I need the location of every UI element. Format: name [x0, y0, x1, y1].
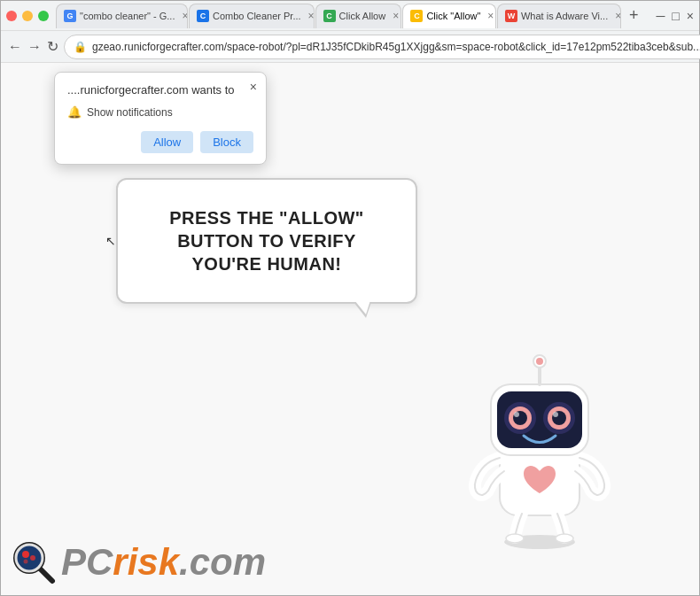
window-close-icon[interactable]: ×: [687, 9, 694, 23]
pcrisk-pc-text: PC: [61, 541, 113, 583]
pcrisk-text: PCrisk.com: [61, 544, 266, 581]
bell-icon: 🔔: [67, 105, 82, 119]
svg-point-14: [553, 412, 558, 417]
tab-what-adware-close[interactable]: ×: [615, 10, 621, 22]
address-bar[interactable]: 🔒 gzeao.runicforgecrafter.com/space-robo…: [64, 35, 700, 59]
window-frame-buttons: ─ □ ×: [656, 9, 694, 23]
robot-illustration: [451, 347, 628, 542]
pcrisk-logo: PCrisk.com: [10, 538, 266, 586]
lock-icon: 🔒: [74, 41, 87, 53]
tab-click-allow2[interactable]: C Click "Allow" ×: [402, 4, 496, 28]
url-text: gzeao.runicforgecrafter.com/space-robot/…: [92, 41, 700, 53]
close-button[interactable]: [6, 11, 17, 21]
tab-what-adware[interactable]: W What is Adware Vi... ×: [497, 4, 621, 28]
popup-title: ....runicforgecrafter.com wants to: [67, 83, 253, 97]
popup-close-button[interactable]: ×: [250, 80, 257, 94]
svg-point-21: [30, 555, 35, 561]
svg-point-10: [514, 412, 519, 417]
popup-buttons: Allow Block: [67, 131, 253, 153]
tab-click-allow[interactable]: C Click Allow ×: [315, 4, 402, 28]
tab-combo[interactable]: C Combo Cleaner Pr... ×: [189, 4, 315, 28]
block-button[interactable]: Block: [200, 131, 253, 153]
svg-line-23: [40, 569, 52, 581]
nav-bar: ← → ↻ 🔒 gzeao.runicforgecrafter.com/spac…: [1, 31, 699, 63]
svg-point-3: [506, 534, 524, 543]
tab-click-allow-favicon: C: [323, 10, 336, 22]
svg-point-20: [22, 551, 29, 558]
popup-notification-text: Show notifications: [87, 106, 173, 119]
tab-click-allow2-close[interactable]: ×: [487, 10, 494, 22]
window-minimize-icon[interactable]: ─: [656, 9, 665, 23]
forward-button[interactable]: →: [27, 35, 42, 59]
allow-button[interactable]: Allow: [141, 131, 193, 153]
page-content: × ....runicforgecrafter.com wants to 🔔 S…: [1, 63, 699, 595]
minimize-button[interactable]: [22, 11, 33, 21]
tab-combo-label: Combo Cleaner Pr...: [213, 11, 301, 21]
svg-point-17: [536, 358, 543, 365]
svg-point-22: [24, 560, 28, 564]
pcrisk-dotcom-text: .com: [179, 541, 266, 583]
tab-what-adware-label: What is Adware Vi...: [521, 11, 608, 21]
tab-combo-close[interactable]: ×: [308, 10, 315, 22]
window-controls: [6, 11, 49, 21]
pcrisk-icon: [10, 538, 58, 586]
tab-combo-favicon: C: [197, 10, 209, 22]
tabs-row: G "combo cleaner" - G... × C Combo Clean…: [56, 4, 645, 28]
tab-click-allow-close[interactable]: ×: [393, 10, 399, 22]
maximize-button[interactable]: [38, 11, 49, 21]
tab-google-close[interactable]: ×: [182, 10, 187, 22]
refresh-button[interactable]: ↻: [47, 35, 58, 59]
cursor-icon: ↖: [105, 234, 116, 248]
browser-window: G "combo cleaner" - G... × C Combo Clean…: [0, 0, 700, 596]
pcrisk-risk-text: risk: [113, 541, 179, 583]
popup-notification-row: 🔔 Show notifications: [67, 105, 253, 119]
tab-click-allow2-favicon: C: [410, 10, 423, 22]
title-bar: G "combo cleaner" - G... × C Combo Clean…: [1, 1, 699, 31]
window-restore-icon[interactable]: □: [672, 9, 679, 23]
new-tab-button[interactable]: +: [622, 4, 645, 28]
tab-what-adware-favicon: W: [505, 10, 517, 22]
speech-bubble: ↖ PRESS THE "ALLOW" BUTTON TO VERIFY YOU…: [116, 178, 417, 304]
notification-popup: × ....runicforgecrafter.com wants to 🔔 S…: [54, 72, 267, 165]
tab-google-label: "combo cleaner" - G...: [80, 11, 175, 21]
tab-click-allow-label: Click Allow: [339, 11, 386, 21]
tab-click-allow2-label: Click "Allow": [426, 11, 480, 21]
bubble-text: PRESS THE "ALLOW" BUTTON TO VERIFY YOU'R…: [153, 206, 380, 275]
tab-google[interactable]: G "combo cleaner" - G... ×: [56, 4, 188, 28]
back-button[interactable]: ←: [8, 35, 22, 59]
tab-google-favicon: G: [64, 10, 76, 22]
svg-point-4: [556, 534, 573, 543]
